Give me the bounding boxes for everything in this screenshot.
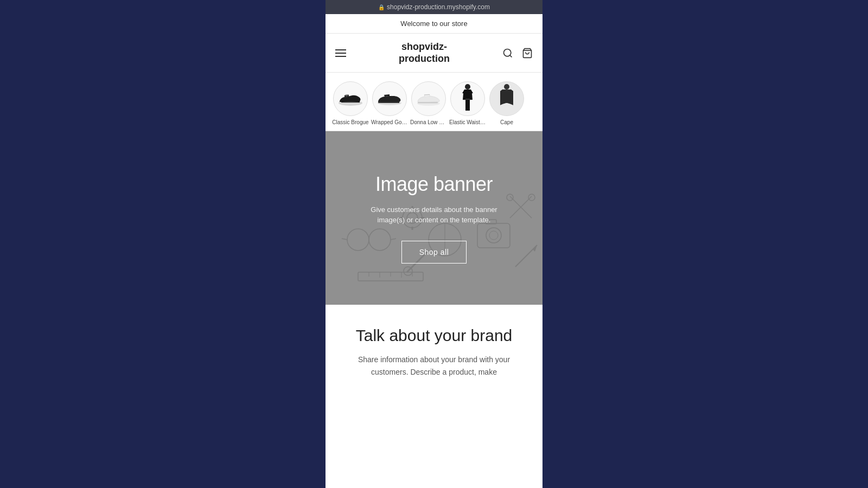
svg-point-0 — [503, 49, 510, 56]
search-button[interactable] — [501, 47, 514, 60]
svg-point-5 — [347, 95, 348, 97]
url-text: shopvidz-production.myshopify.com — [387, 3, 490, 11]
product-circle-classic-brogue — [333, 81, 368, 116]
shoe-svg-dark2 — [376, 90, 403, 107]
hamburger-icon — [335, 49, 346, 57]
header: shopvidz- production — [326, 34, 542, 73]
svg-point-28 — [528, 194, 535, 201]
shoe-svg-white — [415, 90, 442, 107]
product-item-wrapped-golf[interactable]: Wrapped Golf ... — [370, 81, 409, 125]
product-label-donna-low-top: Donna Low Top — [410, 119, 447, 125]
header-icons — [501, 47, 534, 60]
dress-svg — [456, 84, 480, 114]
product-label-classic-brogue: Classic Brogue — [332, 119, 368, 125]
product-circle-wrapped-golf — [372, 81, 407, 116]
search-icon — [502, 48, 513, 59]
image-banner: Image banner Give customers details abou… — [326, 131, 542, 305]
product-circle-elastic-waist — [450, 81, 485, 116]
svg-line-17 — [342, 239, 347, 240]
brand-text: Share information about your brand with … — [339, 354, 529, 378]
product-item-classic-brogue[interactable]: Classic Brogue — [331, 81, 370, 125]
shop-all-button[interactable]: Shop all — [401, 241, 467, 264]
address-bar: 🔒 shopvidz-production.myshopify.com — [326, 0, 542, 14]
store-logo: shopvidz- production — [399, 41, 450, 65]
cape-svg — [495, 84, 519, 114]
product-label-cape: Cape — [500, 119, 513, 125]
browser-window: 🔒 shopvidz-production.myshopify.com Welc… — [326, 0, 542, 488]
product-label-wrapped-golf: Wrapped Golf ... — [371, 119, 408, 125]
menu-button[interactable] — [334, 48, 347, 58]
svg-line-1 — [510, 55, 512, 57]
lock-icon: 🔒 — [378, 4, 385, 10]
product-circle-cape — [489, 81, 524, 116]
svg-point-11 — [465, 84, 470, 89]
svg-rect-12 — [465, 99, 470, 100]
welcome-bar: Welcome to our store — [326, 14, 542, 34]
product-item-donna-low-top[interactable]: Donna Low Top — [409, 81, 448, 125]
product-scroll-row: Classic Brogue Wrapped Golf ... — [326, 73, 542, 131]
banner-subtitle: Give customers details about the banner … — [358, 204, 510, 226]
brand-section: Talk about your brand Share information … — [326, 305, 542, 391]
svg-rect-10 — [418, 102, 438, 104]
svg-point-4 — [346, 95, 347, 97]
product-item-elastic-waist[interactable]: Elastic Waist D... — [448, 81, 487, 125]
banner-content: Image banner Give customers details abou… — [358, 173, 510, 264]
svg-point-13 — [504, 84, 509, 89]
banner-title: Image banner — [358, 173, 510, 196]
cart-icon — [522, 48, 533, 59]
welcome-text: Welcome to our store — [400, 20, 467, 28]
product-circle-donna-low-top — [411, 81, 446, 116]
product-item-cape[interactable]: Cape — [487, 81, 526, 125]
svg-rect-7 — [378, 102, 399, 103]
brand-title: Talk about your brand — [339, 326, 529, 345]
product-label-elastic-waist: Elastic Waist D... — [449, 119, 486, 125]
cart-button[interactable] — [521, 47, 534, 60]
shoe-svg-dark — [337, 90, 364, 107]
